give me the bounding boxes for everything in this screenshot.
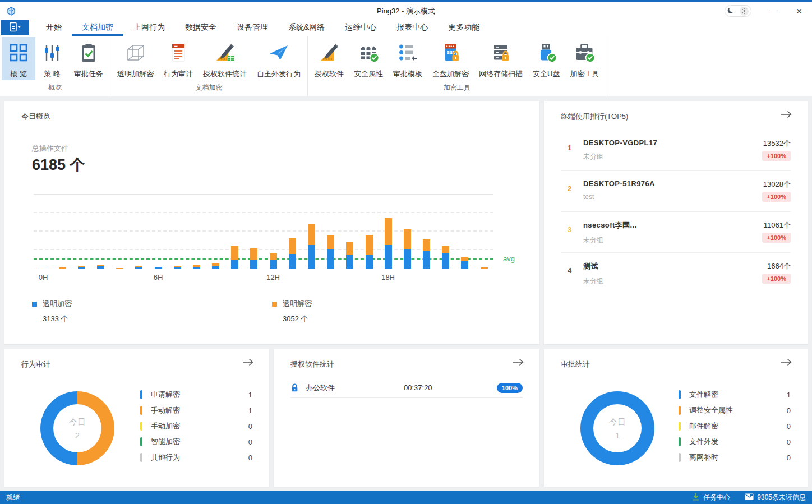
ribbon-button-透明加解密[interactable]: 透明加解密 (112, 37, 159, 80)
ribbon-button-行为审计[interactable]: 行为审计 (159, 37, 198, 80)
tab-数据安全[interactable]: 数据安全 (175, 20, 227, 36)
sun-icon[interactable] (740, 7, 749, 16)
arrow-right-icon[interactable] (242, 358, 253, 368)
legend-row-邮件解密: 邮件解密0 (679, 418, 791, 434)
bar-5H (130, 195, 149, 269)
ribbon-button-审批模板[interactable]: 审批模板 (388, 37, 427, 80)
tab-报表中心[interactable]: 报表中心 (386, 20, 438, 36)
ribbon-button-策略[interactable]: 策 略 (35, 37, 69, 80)
task-center-button[interactable]: 任务中心 (692, 493, 730, 502)
ribbon-group-label: 概览 (1, 80, 109, 96)
bar-segment-透明加密 (423, 251, 430, 269)
ribbon-button-label: 概 览 (10, 69, 27, 79)
bar-segment-透明解密 (116, 268, 123, 269)
bar-segment-透明解密 (231, 246, 238, 260)
bar-8H (187, 195, 206, 269)
ranking-row-3[interactable]: 3nsecsoft李国...未分组11061个+100% (561, 212, 791, 253)
ribbon-button-授权软件统计[interactable]: 授权软件统计 (198, 37, 252, 80)
ribbon-button-安全属性[interactable]: 安全属性 (349, 37, 388, 80)
bar-3H (91, 195, 110, 269)
bar-1H (53, 195, 72, 269)
legend-value: 0 (787, 454, 791, 462)
arrow-right-icon[interactable] (781, 110, 792, 121)
bar-segment-透明解密 (442, 246, 449, 253)
ribbon-button-审批任务[interactable]: 审批任务 (69, 37, 108, 80)
arrow-right-icon[interactable] (781, 358, 792, 368)
bar-segment-透明加密 (78, 267, 85, 269)
close-button[interactable]: ✕ (786, 2, 812, 20)
ribbon-button-label: 审批模板 (393, 69, 422, 79)
tab-设备管理[interactable]: 设备管理 (227, 20, 278, 36)
bar-0H (34, 195, 53, 269)
unread-messages-button[interactable]: 9305条未读信息 (745, 493, 806, 502)
bar-segment-透明解密 (481, 267, 488, 269)
bar-4H (110, 195, 130, 269)
ribbon-button-加密工具[interactable]: 加密工具 (565, 37, 604, 80)
tab-更多功能[interactable]: 更多功能 (438, 20, 490, 36)
bar-23H (474, 195, 493, 269)
ribbon-button-全盘加解密[interactable]: SSD全盘加解密 (427, 37, 474, 80)
ribbon-button-授权软件[interactable]: 授权软件 (310, 37, 349, 80)
legend-item-透明解密: 透明解密3052 个 (272, 299, 312, 324)
ribbon-tabs: 开始文档加密上网行为数据安全设备管理系统&网络运维中心报表中心更多功能 (36, 20, 490, 36)
terminal-group: 未分组 (583, 235, 791, 245)
bar-7H (168, 195, 187, 269)
minimize-button[interactable]: — (760, 2, 786, 20)
bar-segment-透明加密 (289, 254, 296, 269)
donut-center: 今日 1 (593, 404, 642, 452)
ranking-row-4[interactable]: 4测试未分组1664个+100% (561, 253, 791, 294)
legend-row-调整安全属性: 调整安全属性0 (679, 403, 791, 418)
today-overview-card: 今日概览 总操作文件 6185 个 avg0H6H12H18H 透明加密3133… (4, 101, 539, 344)
tab-文档加密[interactable]: 文档加密 (72, 20, 123, 36)
software-duration: 00:37:20 (404, 383, 432, 392)
dashboard-top-row: 今日概览 总操作文件 6185 个 avg0H6H12H18H 透明加密3133… (4, 101, 808, 344)
donut-center: 今日 2 (53, 404, 101, 452)
donut-center-value: 1 (615, 431, 620, 440)
ribbon-button-概览[interactable]: 概 览 (2, 37, 35, 80)
approval-template-icon (398, 39, 418, 65)
card-title: 终端使用排行(TOP5) (561, 112, 628, 122)
theme-toggle[interactable] (725, 5, 751, 17)
app-menu-button[interactable] (1, 20, 29, 35)
legend-color-bar (679, 422, 681, 431)
terminal-name: DESKTOP-VGDPL17 (583, 138, 791, 147)
ribbon-button-label: 审批任务 (74, 69, 103, 79)
ribbon-button-label: 全盘加解密 (432, 69, 469, 79)
ribbon-button-label: 加密工具 (570, 69, 599, 79)
ribbon-button-label: 安全属性 (354, 69, 383, 79)
tab-开始[interactable]: 开始 (36, 20, 72, 36)
software-row-办公软件[interactable]: 办公软件00:37:20100% (290, 378, 523, 398)
ribbon-button-网络存储扫描[interactable]: 网络存储扫描 (474, 37, 528, 80)
bar-17H (359, 195, 379, 269)
terminal-name: nsecsoft李国... (583, 220, 791, 230)
briefcase-shield-icon (574, 39, 594, 65)
rank-number: 2 (568, 184, 571, 193)
bar-segment-透明加密 (366, 255, 373, 269)
dashboard-bottom-row: 行为审计 今日 2 申请解密1手动解密1手动加密0智能加密0其他行为0 授权软件… (4, 349, 808, 487)
bar-segment-透明解密 (366, 235, 373, 255)
ribbon-button-自主外发行为[interactable]: 自主外发行为 (252, 37, 306, 80)
terminal-ranking-card: 终端使用排行(TOP5) 1DESKTOP-VGDPL17未分组13532个+1… (544, 101, 808, 344)
legend-label: 其他行为 (151, 452, 248, 463)
lock-icon (290, 383, 299, 392)
ribbon-group-label: 加密工具 (308, 80, 605, 96)
ssd-lock-icon: SSD (441, 39, 461, 65)
terminal-count: 13532个 (763, 138, 791, 149)
ribbon-button-安全U盘[interactable]: 安全U盘 (528, 37, 565, 80)
legend-label: 调整安全属性 (689, 405, 787, 415)
bar-segment-透明加密 (308, 245, 315, 269)
card-title: 今日概览 (21, 112, 50, 122)
tab-运维中心[interactable]: 运维中心 (335, 20, 386, 36)
bar-segment-透明加密 (346, 255, 353, 269)
bar-segment-透明加密 (174, 267, 181, 269)
server-lock-icon (491, 39, 511, 65)
bar-segment-透明解密 (385, 218, 392, 245)
delta-badge: +100% (762, 151, 791, 161)
ranking-row-2[interactable]: 2DESKTOP-51R976Atest13028个+100% (561, 171, 791, 212)
tab-上网行为[interactable]: 上网行为 (123, 20, 175, 36)
ranking-row-1[interactable]: 1DESKTOP-VGDPL17未分组13532个+100% (561, 130, 791, 171)
tab-系统&网络[interactable]: 系统&网络 (278, 20, 335, 36)
arrow-right-icon[interactable] (513, 358, 524, 368)
moon-icon[interactable] (727, 6, 735, 16)
bar-segment-透明加密 (231, 260, 238, 269)
